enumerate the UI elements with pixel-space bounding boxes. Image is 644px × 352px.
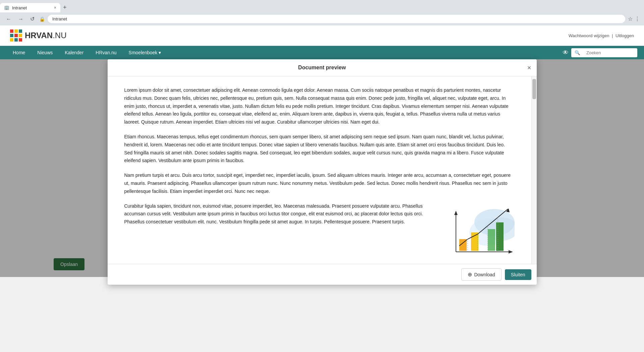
nav-nieuws[interactable]: Nieuws	[31, 46, 59, 59]
search-input[interactable]	[584, 48, 637, 57]
nav-kalender[interactable]: Kalender	[59, 46, 90, 59]
header-separator: |	[612, 33, 613, 38]
uitloggen-link[interactable]: Uitloggen	[616, 33, 634, 38]
doc-paragraph-3: Nam pretium turpis et arcu. Duis arcu to…	[124, 171, 515, 195]
header-links: Wachtwoord wijzigen | Uitloggen	[569, 33, 634, 38]
menu-button[interactable]: ⋮	[635, 16, 640, 22]
sluiten-button[interactable]: Sluiten	[505, 269, 531, 280]
tab-title: Intranet	[12, 5, 27, 10]
site-nav: Home Nieuws Kalender HRvan.nu Smoelenboe…	[0, 46, 644, 59]
logo-text: HRVAN.NU	[25, 31, 66, 40]
eye-icon[interactable]: 👁	[563, 49, 569, 56]
forward-button[interactable]: →	[16, 15, 25, 23]
modal-footer: ⊕ Download Sluiten	[108, 264, 537, 285]
download-button[interactable]: ⊕ Download	[461, 268, 501, 281]
document-preview-modal: Document preview × Lorem ipsum dolor sit…	[108, 59, 537, 285]
modal-scrollbar[interactable]	[531, 76, 537, 264]
modal-header: Document preview ×	[108, 59, 537, 76]
nav-home[interactable]: Home	[7, 46, 31, 59]
lock-icon: 🔒	[39, 16, 45, 22]
svg-rect-0	[10, 29, 13, 33]
browser-tab-active[interactable]: 🏢 Intranet ×	[0, 3, 60, 12]
nav-smoelenboek[interactable]: Smoelenboek ▾	[123, 46, 167, 59]
browser-address-bar: ← → ↺ 🔒 ☆ ⋮	[0, 12, 644, 25]
new-tab-button[interactable]: +	[60, 3, 69, 12]
browser-tabs: 🏢 Intranet × +	[0, 0, 644, 12]
browser-action-area: ☆ ⋮	[628, 16, 640, 22]
svg-rect-13	[471, 232, 478, 251]
page-background: Document preview × Lorem ipsum dolor sit…	[0, 59, 644, 277]
svg-rect-5	[19, 34, 22, 37]
modal-title: Document preview	[298, 65, 346, 71]
download-label: Download	[474, 272, 495, 277]
refresh-button[interactable]: ↺	[28, 14, 37, 23]
chevron-down-icon: ▾	[159, 50, 161, 55]
svg-rect-7	[14, 38, 18, 42]
tab-close-button[interactable]: ×	[54, 5, 56, 10]
nav-hrvan[interactable]: HRvan.nu	[90, 46, 122, 59]
svg-rect-3	[10, 34, 13, 37]
download-icon: ⊕	[468, 271, 472, 278]
logo-icon	[10, 29, 22, 42]
back-button[interactable]: ←	[4, 15, 13, 23]
svg-marker-19	[509, 250, 513, 254]
svg-rect-4	[14, 34, 18, 37]
search-box: 🔍	[571, 48, 637, 57]
svg-rect-2	[19, 29, 22, 33]
bookmark-button[interactable]: ☆	[628, 16, 633, 22]
svg-rect-15	[496, 222, 504, 251]
address-bar[interactable]	[48, 15, 625, 23]
doc-paragraph-2: Etiam rhoncus. Maecenas tempus, tellus e…	[124, 133, 515, 165]
site-header: HRVAN.NU Wachtwoord wijzigen | Uitloggen	[0, 25, 644, 46]
doc-paragraph-1: Lorem ipsum dolor sit amet, consectetuer…	[124, 86, 515, 126]
doc-section-with-image: Curabitur ligula sapien, tincidunt non, …	[124, 202, 515, 256]
chart-illustration	[441, 202, 515, 256]
logo-brand: HRVAN	[25, 31, 53, 40]
scrollbar-thumb[interactable]	[532, 79, 536, 99]
doc-paragraph-4: Curabitur ligula sapien, tincidunt non, …	[124, 202, 434, 256]
modal-body: Lorem ipsum dolor sit amet, consectetuer…	[108, 76, 537, 264]
svg-rect-14	[488, 229, 495, 251]
wachtwoord-link[interactable]: Wachtwoord wijzigen	[569, 33, 609, 38]
svg-rect-1	[14, 29, 18, 33]
site-logo: HRVAN.NU	[10, 29, 66, 42]
svg-rect-6	[10, 38, 13, 42]
search-button[interactable]: 🔍	[571, 48, 584, 57]
svg-rect-8	[19, 38, 22, 42]
tab-favicon: 🏢	[4, 5, 9, 10]
modal-overlay: Document preview × Lorem ipsum dolor sit…	[0, 59, 644, 277]
modal-content-area: Lorem ipsum dolor sit amet, consectetuer…	[108, 76, 531, 264]
nav-right: 👁 🔍	[563, 48, 637, 57]
modal-close-button[interactable]: ×	[527, 64, 531, 72]
logo-nu: .NU	[53, 31, 66, 40]
browser-chrome: 🏢 Intranet × + ← → ↺ 🔒 ☆ ⋮	[0, 0, 644, 25]
svg-marker-18	[454, 211, 458, 215]
